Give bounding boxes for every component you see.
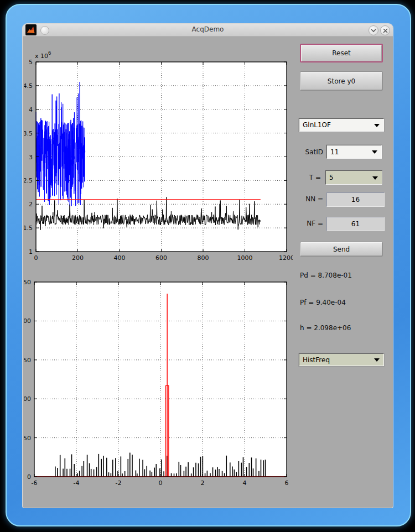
chevron-down-icon [374, 358, 380, 364]
upper-plot: 02004006008001000120011.522.533.544.55x … [24, 50, 293, 269]
lower-plot: -6-4-20246050100150200250 [24, 270, 293, 490]
pf-readout: Pf = 9.40e-04 [300, 299, 346, 306]
send-button[interactable]: Send [300, 242, 383, 257]
svg-text:1200: 1200 [279, 254, 293, 262]
svg-text:50: 50 [24, 435, 31, 442]
window-title: AcqDemo [23, 25, 393, 33]
satid-select-value: 11 [327, 148, 372, 156]
nn-label: NN = [294, 195, 323, 203]
svg-text:100: 100 [24, 395, 31, 403]
svg-text:1.5: 1.5 [24, 225, 33, 232]
satid-label: SatID [294, 148, 323, 156]
chevron-down-icon [371, 29, 376, 33]
svg-text:-6: -6 [32, 479, 38, 487]
acqdemo-window: AcqDemo 02004006008001000120011.522.533.… [23, 24, 393, 508]
svg-text:6: 6 [285, 479, 289, 487]
reset-button[interactable]: Reset [300, 44, 383, 62]
close-button[interactable] [380, 25, 390, 35]
chevron-down-icon [372, 150, 377, 157]
svg-text:150: 150 [24, 357, 31, 364]
window-glow-frame: AcqDemo 02004006008001000120011.522.533.… [6, 4, 411, 526]
nf-label: NF = [294, 220, 323, 227]
t-select-value: 5 [326, 174, 372, 181]
screen-background: AcqDemo 02004006008001000120011.522.533.… [0, 0, 415, 532]
titlebar[interactable]: AcqDemo [23, 24, 393, 36]
svg-text:0: 0 [34, 254, 38, 262]
svg-text:200: 200 [24, 317, 31, 325]
store-y0-button[interactable]: Store y0 [300, 71, 383, 91]
t-select[interactable]: 5 [325, 170, 382, 185]
svg-text:2: 2 [201, 479, 205, 487]
chevron-down-icon [374, 124, 380, 130]
close-icon [383, 28, 388, 33]
svg-text:1000: 1000 [237, 254, 253, 262]
svg-text:0: 0 [159, 479, 163, 487]
pd-readout: Pd = 8.708e-01 [300, 272, 352, 279]
svg-text:5: 5 [29, 59, 33, 66]
minimize-button[interactable] [369, 25, 378, 35]
satid-select[interactable]: 11 [326, 145, 382, 159]
t-label: T = [294, 174, 321, 181]
svg-text:2: 2 [29, 201, 33, 208]
chevron-down-icon [372, 176, 378, 182]
svg-text:x 106: x 106 [35, 50, 51, 60]
h-readout: h = 2.098e+06 [300, 324, 351, 332]
svg-text:4: 4 [243, 479, 247, 487]
hist-select[interactable]: HistFreq [299, 353, 384, 366]
hist-select-value: HistFreq [299, 356, 374, 364]
nf-field[interactable] [326, 217, 385, 231]
svg-text:600: 600 [155, 254, 167, 262]
nn-field[interactable] [326, 192, 385, 207]
svg-text:-4: -4 [74, 479, 80, 487]
svg-text:400: 400 [114, 254, 126, 262]
svg-text:200: 200 [72, 254, 84, 262]
svg-text:3: 3 [29, 154, 33, 161]
svg-text:-2: -2 [116, 479, 122, 487]
svg-text:3.5: 3.5 [24, 130, 33, 137]
svg-text:1: 1 [29, 248, 33, 255]
svg-text:2.5: 2.5 [24, 177, 33, 184]
svg-text:800: 800 [198, 254, 209, 262]
signal-select[interactable]: GlnL1OF [299, 118, 384, 132]
svg-text:4.5: 4.5 [24, 82, 33, 90]
svg-text:4: 4 [29, 106, 33, 113]
svg-text:0: 0 [27, 473, 31, 481]
signal-select-value: GlnL1OF [299, 121, 374, 129]
svg-text:250: 250 [24, 279, 31, 286]
